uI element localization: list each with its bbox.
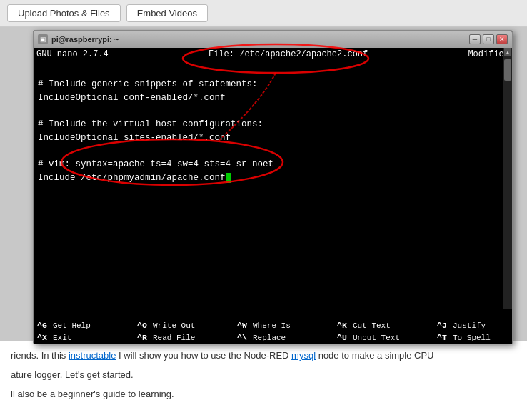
- line-5: IncludeOptional sites-enabled/*.conf: [38, 131, 508, 145]
- nano-cmd-exit: ^X Exit: [35, 332, 135, 343]
- close-button[interactable]: ✕: [496, 34, 508, 44]
- maximize-button[interactable]: □: [483, 34, 494, 44]
- scroll-up-arrow[interactable]: ▲: [504, 48, 511, 56]
- line-2: IncludeOptional conf-enabled/*.conf: [38, 91, 508, 105]
- nano-cmd-justify: ^J Justify: [435, 320, 527, 331]
- mysql-link[interactable]: mysql: [291, 350, 316, 361]
- paragraph2: ature logger. Let's get started.: [11, 368, 516, 383]
- nano-file: File: /etc/apache2/apache2.conf: [209, 49, 368, 59]
- nano-cmd-uncuttext: ^U Uncut Text: [335, 332, 435, 343]
- line-8: Include /etc/phpmyadmin/apache.conf: [38, 171, 508, 185]
- title-left: ▣ pi@raspberrypi: ~: [38, 34, 119, 44]
- nano-bottom-bar: ^G Get Help ^O Write Out ^W Where Is ^K …: [34, 319, 512, 344]
- line-15: [38, 265, 508, 279]
- nano-cmd-replace: ^\ Replace: [235, 332, 335, 343]
- terminal-cursor: [226, 173, 231, 183]
- top-bar: Upload Photos & Files Embed Videos: [0, 0, 527, 27]
- terminal-window: ▣ pi@raspberrypi: ~ ─ □ ✕ GNU nano 2.7.4…: [33, 30, 513, 344]
- line-4: # Include the virtual host configuration…: [38, 118, 508, 131]
- scroll-thumb[interactable]: [504, 59, 511, 81]
- para1-end: node to make a simple CPU: [316, 350, 433, 361]
- terminal-icon: ▣: [38, 34, 48, 44]
- line-3: [38, 104, 508, 118]
- nano-cmd-writeout: ^O Write Out: [135, 320, 235, 331]
- nano-cmd-tospell: ^T To Spell: [435, 332, 527, 343]
- terminal-title-text: pi@raspberrypi: ~: [51, 35, 119, 44]
- nano-cmd-row-1: ^G Get Help ^O Write Out ^W Where Is ^K …: [34, 319, 512, 331]
- nano-cmd-row-2: ^X Exit ^R Read File ^\ Replace ^U Uncut…: [34, 331, 512, 344]
- line-7: # vim: syntax=apache ts=4 sw=4 sts=4 sr …: [38, 158, 508, 171]
- line-12: [38, 225, 508, 239]
- nano-cmd-cuttext: ^K Cut Text: [335, 320, 435, 331]
- terminal-content[interactable]: # Include generic snippets of statements…: [34, 61, 512, 319]
- line-9: [38, 185, 508, 199]
- line-17: [38, 292, 508, 306]
- line-16: [38, 279, 508, 292]
- nano-cmd-gethelp: ^G Get Help: [35, 320, 135, 331]
- para1-after: I will show you how to use the Node-RED: [116, 350, 291, 361]
- title-buttons: ─ □ ✕: [469, 34, 508, 44]
- upload-button[interactable]: Upload Photos & Files: [7, 4, 121, 22]
- paragraph3: ll also be a beginner's guide to learnin…: [11, 387, 516, 402]
- page-body: riends. In this instructable I will show…: [0, 341, 527, 420]
- paragraph1: riends. In this instructable I will show…: [11, 349, 516, 364]
- line-13: [38, 239, 508, 252]
- para1-before: riends. In this: [11, 350, 69, 361]
- line-1: # Include generic snippets of statements…: [38, 78, 508, 91]
- terminal-scrollbar[interactable]: ▲: [503, 48, 512, 309]
- line-11: [38, 211, 508, 225]
- line-6: [38, 145, 508, 159]
- minimize-button[interactable]: ─: [469, 34, 481, 44]
- embed-button[interactable]: Embed Videos: [126, 4, 208, 22]
- nano-cmd-readfile: ^R Read File: [135, 332, 235, 343]
- line-14: [38, 252, 508, 266]
- terminal-title-bar: ▣ pi@raspberrypi: ~ ─ □ ✕: [34, 31, 512, 48]
- nano-cmd-whereis: ^W Where Is: [235, 320, 335, 331]
- instructable-link[interactable]: instructable: [69, 350, 116, 361]
- line-10: [38, 199, 508, 212]
- line-0: [38, 64, 508, 78]
- nano-status-bar: GNU nano 2.7.4 File: /etc/apache2/apache…: [34, 48, 512, 61]
- nano-version: GNU nano 2.7.4: [36, 49, 109, 59]
